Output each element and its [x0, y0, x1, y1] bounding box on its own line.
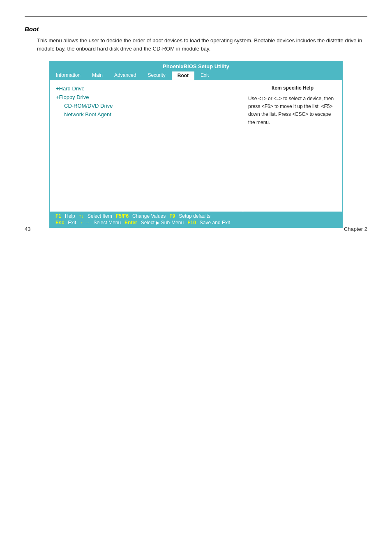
key-leftright: ←→ [78, 220, 91, 226]
nav-item-exit[interactable]: Exit [195, 71, 214, 80]
bios-body: +Hard Drive +Floppy Drive CD-ROM/DVD Dri… [50, 80, 342, 212]
menu-item-network-boot[interactable]: Network Boot Agent [64, 110, 237, 119]
menu-item-floppy-drive[interactable]: +Floppy Drive [56, 93, 237, 101]
bios-nav: Information Main Advanced Security Boot … [50, 71, 342, 80]
bios-footer-row-2: Esc Exit ←→ Select Menu Enter Select ▶ S… [54, 220, 338, 226]
nav-item-boot[interactable]: Boot [171, 71, 195, 80]
section-desc: This menu allows the user to decide the … [37, 37, 367, 53]
key-updown: ↑↓ [78, 213, 85, 219]
menu-item-cdrom[interactable]: CD-ROM/DVD Drive [64, 101, 237, 110]
key-f5f6: F5/F6 [115, 213, 130, 219]
key-updown-desc: Select Item [88, 213, 112, 219]
nav-spacer [214, 71, 342, 80]
bios-help-text: Use <↑> or <↓> to select a device, then … [248, 95, 337, 127]
nav-item-information[interactable]: Information [50, 71, 86, 80]
key-f9: F9 [168, 213, 176, 219]
bios-container: PhoenixBIOS Setup Utility Information Ma… [49, 61, 343, 228]
key-f10-desc: Save and Exit [200, 220, 230, 226]
key-enter: Enter [123, 220, 138, 226]
key-f1-desc: Help [65, 213, 75, 219]
menu-item-hard-drive[interactable]: +Hard Drive [56, 84, 237, 93]
key-esc: Esc [54, 220, 65, 226]
chapter-label: Chapter 2 [344, 226, 367, 232]
nav-item-security[interactable]: Security [142, 71, 171, 80]
key-leftright-desc: Select Menu [93, 220, 121, 226]
section-title: Boot [25, 25, 367, 32]
nav-item-main[interactable]: Main [86, 71, 108, 80]
page-container: Boot This menu allows the user to decide… [0, 0, 392, 244]
nav-item-advanced[interactable]: Advanced [108, 71, 142, 80]
bios-title-bar: PhoenixBIOS Setup Utility [50, 62, 342, 71]
bios-left-panel: +Hard Drive +Floppy Drive CD-ROM/DVD Dri… [50, 80, 243, 212]
key-esc-desc: Exit [68, 220, 76, 226]
key-f1: F1 [54, 213, 62, 219]
key-f5f6-desc: Change Values [132, 213, 166, 219]
bios-right-panel: Item specific Help Use <↑> or <↓> to sel… [243, 80, 342, 212]
page-number: 43 [25, 226, 30, 232]
bios-right-header: Item specific Help [248, 84, 337, 92]
page-footer: 43 Chapter 2 [25, 226, 367, 232]
bios-footer-row-1: F1 Help ↑↓ Select Item F5/F6 Change Valu… [54, 213, 338, 219]
key-f10: F10 [186, 220, 197, 226]
key-f9-desc: Setup defaults [179, 213, 210, 219]
top-border [25, 16, 367, 17]
key-enter-desc: Select ▶ Sub-Menu [141, 220, 184, 226]
bios-footer: F1 Help ↑↓ Select Item F5/F6 Change Valu… [50, 212, 342, 227]
